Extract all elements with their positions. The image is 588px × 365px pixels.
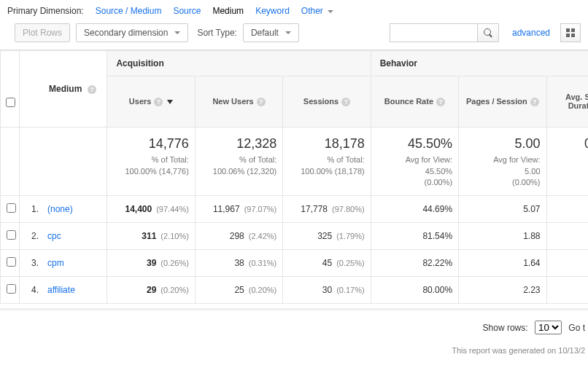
dimension-link[interactable]: (none) xyxy=(47,204,73,214)
dimension-column-header[interactable]: Medium ? xyxy=(20,51,107,127)
metric-cell: 311(2.10%) xyxy=(107,223,195,250)
help-icon[interactable]: ? xyxy=(341,98,350,106)
metric-cell: 25(0.20%) xyxy=(195,277,282,304)
search-box xyxy=(390,23,499,42)
show-rows-label: Show rows: xyxy=(483,323,528,333)
secondary-dimension-dropdown[interactable]: Secondary dimension xyxy=(76,23,188,42)
column-header[interactable]: Sessions? xyxy=(283,76,371,127)
sort-descending-icon xyxy=(167,100,173,104)
dimension-cell: 2.cpc xyxy=(20,223,107,250)
totals-cell: 00:03:2Avg for Vie00:03:(0.00 xyxy=(546,127,588,196)
help-icon[interactable]: ? xyxy=(88,85,96,94)
primary-dimension-bar: Primary Dimension: Source / Medium Sourc… xyxy=(0,0,588,20)
sort-type-label: Sort Type: xyxy=(197,28,236,38)
dimension-cell: 4.affiliate xyxy=(20,277,107,304)
report-table-container: Medium ? Acquisition Behavior Users?New … xyxy=(0,50,588,304)
metric-cell: 39(0.26%) xyxy=(107,250,195,277)
help-icon[interactable]: ? xyxy=(530,98,539,106)
metric-cell: 30(0.17%) xyxy=(283,277,371,304)
metric-cell: 1.64 xyxy=(459,250,546,277)
metric-cell: 1.88 xyxy=(459,223,546,250)
row-checkbox[interactable] xyxy=(7,284,16,294)
dimension-link[interactable]: cpm xyxy=(47,258,64,268)
metric-cell: 44.69% xyxy=(371,196,458,223)
dimension-other[interactable]: Other xyxy=(301,6,333,16)
metric-cell: 29(0.20%) xyxy=(107,277,195,304)
totals-cell: 18,178% of Total:100.00% (18,178) xyxy=(283,127,371,196)
totals-cell: 5.00Avg for View:5.00(0.00%) xyxy=(459,127,546,196)
metric-cell: 17,778(97.80%) xyxy=(283,196,371,223)
search-button[interactable] xyxy=(477,23,499,42)
table-row: 4.affiliate29(0.20%)25(0.20%)30(0.17%)80… xyxy=(1,277,589,304)
metric-cell: 82.22% xyxy=(371,250,458,277)
metric-cell: 5.07 xyxy=(459,196,546,223)
help-icon[interactable]: ? xyxy=(154,98,163,106)
dimension-source-medium[interactable]: Source / Medium xyxy=(96,6,162,16)
chevron-down-icon xyxy=(328,10,333,13)
search-input[interactable] xyxy=(390,23,477,42)
totals-cell: 45.50%Avg for View:45.50%(0.00%) xyxy=(371,127,458,196)
select-all-header xyxy=(1,51,20,127)
row-checkbox[interactable] xyxy=(7,230,16,240)
metric-cell: 81.54% xyxy=(371,223,458,250)
column-header[interactable]: Bounce Rate? xyxy=(371,76,458,127)
totals-cell: 14,776% of Total:100.00% (14,776) xyxy=(107,127,195,196)
metric-cell: 00:03: xyxy=(546,196,588,223)
chevron-down-icon xyxy=(174,31,180,34)
column-header[interactable]: New Users? xyxy=(195,76,282,127)
dimension-cell: 3.cpm xyxy=(20,250,107,277)
metric-cell: 80.00% xyxy=(371,277,458,304)
group-acquisition: Acquisition xyxy=(107,51,371,76)
metric-cell: 11,967(97.07%) xyxy=(195,196,282,223)
help-icon[interactable]: ? xyxy=(257,98,266,106)
help-icon[interactable]: ? xyxy=(436,98,445,106)
table-row: 3.cpm39(0.26%)38(0.31%)45(0.25%)82.22%1.… xyxy=(1,250,589,277)
dimension-link[interactable]: cpc xyxy=(47,231,61,241)
sort-type-dropdown[interactable]: Default xyxy=(243,23,299,42)
generated-note: This report was generated on 10/13/2 xyxy=(0,339,588,355)
metric-cell: 38(0.31%) xyxy=(195,250,282,277)
report-table: Medium ? Acquisition Behavior Users?New … xyxy=(0,50,588,304)
grid-icon xyxy=(566,28,575,37)
dimension-medium[interactable]: Medium xyxy=(212,6,244,16)
pivot-view-button[interactable] xyxy=(560,23,581,42)
column-header[interactable]: Pages / Session? xyxy=(459,76,546,127)
metric-cell: 14,400(97.44%) xyxy=(107,196,195,223)
plot-rows-button[interactable]: Plot Rows xyxy=(15,23,70,42)
row-checkbox[interactable] xyxy=(7,257,16,267)
metric-cell: 2.23 xyxy=(459,277,546,304)
dimension-link[interactable]: affiliate xyxy=(47,285,75,295)
show-rows-select[interactable]: 10 xyxy=(535,321,562,334)
chevron-down-icon xyxy=(285,31,291,34)
metric-cell: 00:02: xyxy=(546,277,588,304)
metric-cell: 00:00: xyxy=(546,223,588,250)
metric-cell: 00:00: xyxy=(546,250,588,277)
metric-cell: 298(2.42%) xyxy=(195,223,282,250)
dimension-cell: 1.(none) xyxy=(20,196,107,223)
row-checkbox[interactable] xyxy=(7,203,16,213)
totals-cell: 12,328% of Total:100.06% (12,320) xyxy=(195,127,282,196)
advanced-link[interactable]: advanced xyxy=(512,28,550,38)
dimension-source[interactable]: Source xyxy=(173,6,201,16)
primary-dimension-label: Primary Dimension: xyxy=(7,6,84,16)
dimension-keyword[interactable]: Keyword xyxy=(255,6,290,16)
metric-cell: 325(1.79%) xyxy=(283,223,371,250)
table-row: 2.cpc311(2.10%)298(2.42%)325(1.79%)81.54… xyxy=(1,223,589,250)
toolbar: Plot Rows Secondary dimension Sort Type:… xyxy=(0,20,588,50)
table-footer: Show rows: 10 Go t xyxy=(0,308,588,339)
search-icon xyxy=(484,28,492,37)
metric-cell: 45(0.25%) xyxy=(283,250,371,277)
column-header[interactable]: Avg. Session Duration? xyxy=(546,76,588,127)
select-all-checkbox[interactable] xyxy=(6,98,15,107)
group-behavior: Behavior xyxy=(371,51,588,76)
column-header[interactable]: Users? xyxy=(107,76,195,127)
goto-label: Go t xyxy=(568,323,585,333)
table-row: 1.(none)14,400(97.44%)11,967(97.07%)17,7… xyxy=(1,196,589,223)
